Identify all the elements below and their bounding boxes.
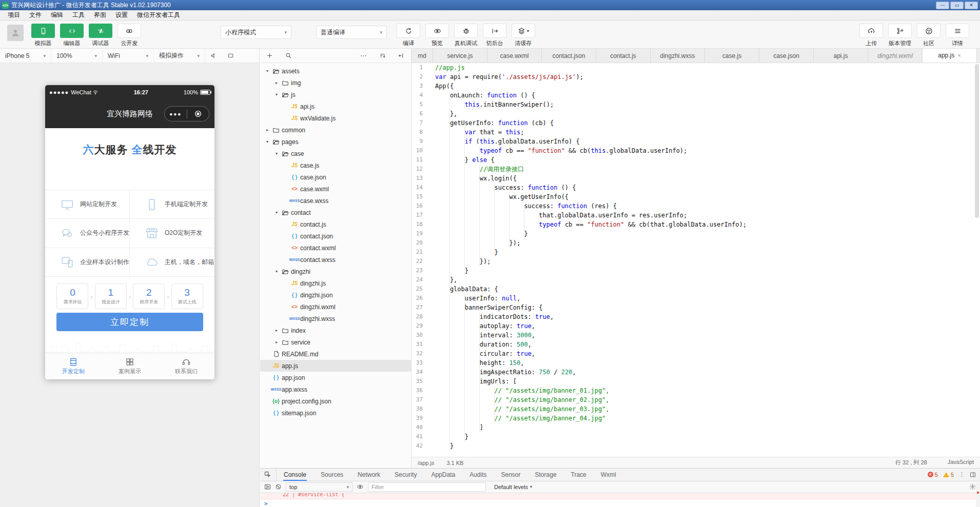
toolbar-button-cache[interactable]: ▾清缓存 bbox=[512, 24, 535, 47]
service-item-monitor[interactable]: 网站定制开发 bbox=[45, 190, 130, 219]
console-filter-input[interactable]: Filter bbox=[368, 482, 486, 492]
devtools-menu-icon[interactable]: ⋮ bbox=[959, 471, 965, 478]
error-count-badge[interactable]: ✕5 bbox=[928, 472, 938, 478]
phone-tab-app[interactable]: 开发定制 bbox=[45, 353, 102, 379]
live-expression-icon[interactable] bbox=[357, 483, 364, 490]
tree-item-app.wxss[interactable]: WXSSapp.wxss bbox=[260, 383, 411, 395]
service-item-chat[interactable]: 公众号小程序开发 bbox=[45, 219, 130, 248]
devtools-tab-sources[interactable]: Sources bbox=[320, 469, 344, 481]
console-error-message[interactable]: 22 | #service-list { bbox=[260, 493, 980, 499]
simulate-actions-select[interactable]: 模拟操作▾ bbox=[154, 49, 205, 63]
devtools-tab-console[interactable]: Console bbox=[283, 469, 307, 481]
toolbar-button-details[interactable]: 详情 bbox=[946, 24, 969, 47]
editor-tab-case.wxml[interactable]: case.wxml bbox=[487, 49, 542, 63]
sort-icon[interactable] bbox=[373, 52, 392, 59]
close-button[interactable]: ✕ bbox=[965, 2, 978, 9]
chevron-down-icon[interactable]: ▾ bbox=[273, 151, 280, 156]
editor-tab-dingzhi.wxml[interactable]: dingzhi.wxml bbox=[868, 49, 923, 63]
tree-item-wxValidate.js[interactable]: JSwxValidate.js bbox=[260, 112, 411, 124]
menu-编辑[interactable]: 编辑 bbox=[46, 10, 68, 20]
menu-工具[interactable]: 工具 bbox=[68, 10, 89, 20]
tree-item-dingzhi.json[interactable]: { }dingzhi.json bbox=[260, 289, 411, 301]
editor-tab-dingzhi.wxss[interactable]: dingzhi.wxss bbox=[651, 49, 705, 63]
network-select[interactable]: WiFi▾ bbox=[103, 49, 154, 63]
tree-item-assets[interactable]: ▾assets bbox=[260, 65, 411, 77]
toolbar-button-code[interactable]: 编辑器 bbox=[60, 24, 84, 47]
inspect-element-icon[interactable] bbox=[260, 469, 277, 481]
editor-tab-contact.js[interactable]: contact.js bbox=[596, 49, 651, 63]
tree-item-app.js[interactable]: JSapp.js bbox=[260, 360, 411, 372]
menu-微信开发者工具[interactable]: 微信开发者工具 bbox=[132, 10, 185, 20]
device-select[interactable]: iPhone 5▾ bbox=[0, 49, 51, 63]
tree-item-sitemap.json[interactable]: { }sitemap.json bbox=[260, 407, 411, 419]
console-settings-gear-icon[interactable] bbox=[969, 483, 976, 490]
log-levels-select[interactable]: Default levels▾ bbox=[494, 484, 532, 490]
service-item-cloud[interactable]: 主机，域名，邮箱 bbox=[130, 248, 214, 277]
chevron-right-icon[interactable]: ▸ bbox=[273, 340, 280, 344]
execution-context-select[interactable]: top▾ bbox=[286, 482, 352, 492]
devtools-tab-network[interactable]: Network bbox=[357, 469, 381, 481]
tree-item-dingzhi[interactable]: ▾dingzhi bbox=[260, 266, 411, 277]
user-avatar[interactable] bbox=[7, 25, 24, 41]
toolbar-button-debug[interactable]: 调试器 bbox=[89, 24, 112, 47]
sound-icon[interactable] bbox=[205, 49, 222, 63]
chevron-right-icon[interactable]: ▸ bbox=[264, 128, 270, 132]
editor-scrollbar[interactable] bbox=[975, 64, 979, 218]
tree-item-case.js[interactable]: JScase.js bbox=[260, 159, 411, 171]
tree-item-contact.wxss[interactable]: WXSScontact.wxss bbox=[260, 254, 411, 266]
service-item-phone[interactable]: 手机端定制开发 bbox=[130, 190, 214, 219]
chevron-down-icon[interactable]: ▾ bbox=[273, 92, 280, 97]
menu-项目[interactable]: 项目 bbox=[3, 10, 25, 20]
editor-tab-app.js[interactable]: app.js× bbox=[923, 49, 977, 63]
phone-tab-grid[interactable]: 案例展示 bbox=[102, 353, 158, 379]
toolbar-button-community[interactable]: 社区 bbox=[917, 24, 940, 47]
customize-now-button[interactable]: 立即定制 bbox=[56, 313, 203, 331]
editor-tab-md[interactable]: md bbox=[411, 49, 433, 63]
chevron-right-icon[interactable]: ▸ bbox=[273, 80, 280, 85]
tree-item-case.json[interactable]: { }case.json bbox=[260, 171, 411, 183]
home-icon[interactable] bbox=[187, 110, 209, 118]
maximize-button[interactable]: ▭ bbox=[950, 2, 964, 9]
new-file-icon[interactable] bbox=[260, 52, 279, 59]
toolbar-button-refresh[interactable]: 编译 bbox=[397, 24, 420, 47]
tree-item-dingzhi.wxss[interactable]: WXSSdingzhi.wxss bbox=[260, 313, 411, 325]
tree-item-common[interactable]: ▸common bbox=[260, 124, 411, 136]
devtools-tab-appdata[interactable]: AppData bbox=[430, 469, 456, 481]
toolbar-button-bug[interactable]: 真机调试 bbox=[454, 24, 478, 47]
tree-item-app.json[interactable]: { }app.json bbox=[260, 372, 411, 383]
tree-item-contact.json[interactable]: { }contact.json bbox=[260, 230, 411, 242]
code-area[interactable]: 1//app.js2var api = require('./assets/js… bbox=[411, 63, 980, 457]
editor-tab-case.js[interactable]: case.js bbox=[705, 49, 759, 63]
toolbar-button-upload[interactable]: 上传 bbox=[859, 24, 883, 47]
status-language[interactable]: JavaScript bbox=[948, 459, 974, 467]
tree-item-dingzhi.js[interactable]: JSdingzhi.js bbox=[260, 277, 411, 289]
warning-count-badge[interactable]: 5 bbox=[943, 472, 954, 478]
tree-item-img[interactable]: ▸img bbox=[260, 77, 411, 89]
devtools-tab-security[interactable]: Security bbox=[394, 469, 417, 481]
console-sidebar-icon[interactable] bbox=[264, 483, 271, 490]
tree-item-case.wxml[interactable]: <>case.wxml bbox=[260, 183, 411, 195]
more-options-icon[interactable]: ⋯ bbox=[354, 52, 373, 59]
editor-tab-case.json[interactable]: case.json bbox=[759, 49, 814, 63]
menu-界面[interactable]: 界面 bbox=[89, 10, 111, 20]
toolbar-button-branch[interactable]: 版本管理 bbox=[888, 24, 912, 47]
tree-item-project.config.json[interactable]: {o}project.config.json bbox=[260, 395, 411, 407]
phone-tab-headset[interactable]: 联系我们 bbox=[158, 353, 214, 379]
console-scrollbar[interactable] bbox=[976, 482, 980, 507]
devtools-tab-wxml[interactable]: Wxml bbox=[600, 469, 617, 481]
toolbar-button-sim[interactable]: 模拟器 bbox=[31, 24, 55, 47]
service-item-shop[interactable]: O2O定制开发 bbox=[130, 219, 214, 248]
phone-simulator[interactable]: ●●●●● WeChat 16:27 100% 宜兴博路网络 ●●● bbox=[45, 85, 214, 379]
clear-console-icon[interactable] bbox=[275, 483, 282, 490]
screenshot-icon[interactable] bbox=[222, 49, 239, 63]
more-icon[interactable]: ●●● bbox=[165, 111, 187, 117]
devtools-tab-trace[interactable]: Trace bbox=[571, 469, 587, 481]
devtools-tab-sensor[interactable]: Sensor bbox=[501, 469, 521, 481]
search-icon[interactable] bbox=[279, 52, 298, 59]
toolbar-button-clouddev[interactable]: 云开发 bbox=[117, 24, 141, 47]
tree-item-pages[interactable]: ▾pages bbox=[260, 136, 411, 148]
chevron-down-icon[interactable]: ▾ bbox=[273, 210, 280, 215]
tree-item-index[interactable]: ▸index bbox=[260, 325, 411, 336]
menu-文件[interactable]: 文件 bbox=[25, 10, 46, 20]
dock-side-icon[interactable] bbox=[970, 472, 976, 478]
